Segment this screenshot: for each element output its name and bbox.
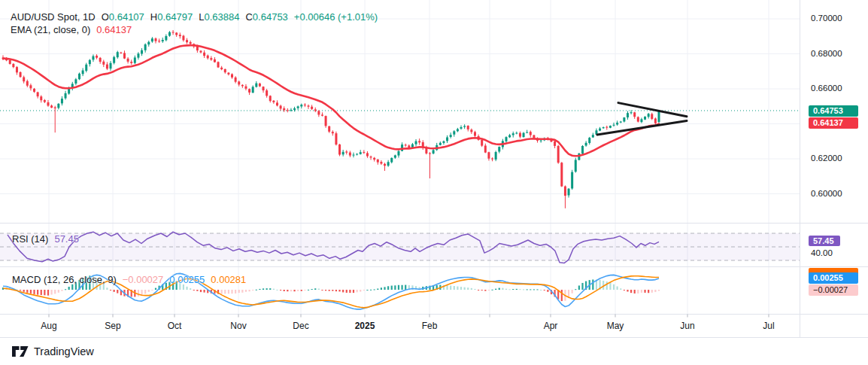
rsi-legend-value: 57.45 (54, 233, 79, 245)
ema-line[interactable] (3, 45, 659, 156)
macd-hist-badge: −0.00027 (809, 284, 858, 296)
chart-canvas[interactable] (0, 0, 868, 365)
tradingview-brand-text[interactable]: TradingView (34, 345, 94, 357)
time-axis-label: Jul (763, 321, 774, 331)
ema-price-badge: 0.64137 (809, 117, 858, 129)
price-axis-label: 0.66000 (811, 84, 842, 93)
time-axis-label: 2025 (355, 321, 375, 331)
tradingview-logo-icon[interactable] (12, 345, 29, 357)
price-axis-label: 0.62000 (811, 154, 842, 163)
triangle-pattern-drawing[interactable] (597, 103, 687, 135)
price-axis[interactable]: 0.700000.680000.660000.620000.60000 0.64… (800, 0, 868, 337)
ema-legend-label: EMA (21, close, 0) (11, 24, 90, 35)
time-axis-label: May (607, 321, 624, 331)
macd-legend[interactable]: MACD (12, 26, close, 9) −0.00027 0.00255… (12, 274, 246, 285)
time-axis-label: Jun (680, 321, 694, 331)
rsi-legend[interactable]: RSI (14) 57.45 (12, 233, 79, 245)
price-axis-label: 0.68000 (811, 49, 842, 58)
footer-bar: TradingView (0, 338, 868, 365)
time-axis-label: Sep (105, 321, 120, 331)
ohlc-open: O0.64107 (102, 11, 144, 23)
price-change: +0.00646 (+1.01%) (294, 11, 378, 23)
time-axis-label: Apr (544, 321, 558, 331)
time-axis-label: Aug (41, 321, 56, 331)
last-price-badge: 0.64753 (809, 105, 858, 117)
ohlc-low: L0.63884 (199, 11, 239, 23)
rsi-legend-label: RSI (14) (12, 233, 48, 245)
rsi-band (0, 233, 800, 260)
macd-value-badge: 0.00255 (809, 272, 858, 284)
ema-legend-value: 0.64137 (96, 24, 132, 35)
rsi-axis-tick-label: 40.00 (811, 248, 833, 257)
price-axis-label: 0.60000 (811, 189, 842, 198)
time-axis-label: Nov (230, 321, 246, 331)
ohlc-close: C0.64753 (245, 11, 287, 23)
ohlc-high: H0.64797 (150, 11, 193, 23)
tradingview-chart-window: AUD/USD Spot, 1D O0.64107 H0.64797 L0.63… (0, 0, 868, 365)
price-axis-label: 0.70000 (811, 14, 842, 23)
time-axis[interactable]: AugSepOctNovDec2025FebAprMayJunJul (0, 321, 868, 337)
symbol-legend[interactable]: AUD/USD Spot, 1D O0.64107 H0.64797 L0.63… (11, 11, 378, 23)
ema-legend[interactable]: EMA (21, close, 0) 0.64137 (11, 24, 132, 35)
symbol-title[interactable]: AUD/USD Spot, 1D (11, 11, 96, 23)
macd-signal-value: 0.00281 (211, 274, 246, 285)
candlestick-series (2, 30, 660, 208)
macd-hist-value: −0.00027 (123, 274, 164, 285)
macd-line-value: 0.00255 (169, 274, 205, 285)
macd-legend-label: MACD (12, 26, close, 9) (12, 274, 117, 285)
time-axis-label: Feb (422, 321, 438, 331)
time-axis-label: Dec (293, 321, 308, 331)
rsi-value-badge: 57.45 (809, 236, 840, 246)
time-axis-label: Oct (168, 321, 182, 331)
